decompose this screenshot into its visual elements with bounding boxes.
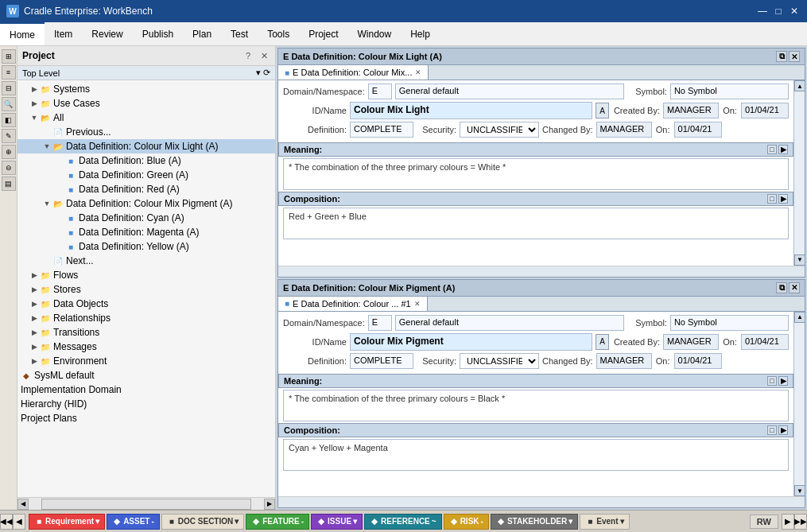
panel1-close-btn[interactable]: ✕: [789, 51, 800, 62]
scroll-left-btn[interactable]: ◀: [17, 499, 29, 510]
scroll-right-btn[interactable]: ▶: [264, 499, 275, 510]
tree-item-previous[interactable]: 📄 Previous...: [17, 125, 275, 139]
panel1-composition-expand-btn[interactable]: □: [767, 194, 777, 204]
close-button[interactable]: ✕: [788, 5, 801, 17]
sidebar-scrollbar[interactable]: [41, 499, 251, 510]
panel2-vertical-scrollbar[interactable]: ▲ ▼: [793, 312, 805, 497]
minimize-button[interactable]: —: [756, 5, 769, 17]
scroll-down-btn[interactable]: ▼: [794, 485, 805, 496]
panel1-restore-btn[interactable]: ⧉: [776, 51, 787, 62]
status-tag-doc-section[interactable]: ■ DOC SECTION ▾: [161, 514, 244, 530]
tree-item-environment[interactable]: ▶ 📁 Environment: [17, 354, 275, 368]
status-tag-reference[interactable]: ◆ REFERENCE ~: [364, 514, 442, 530]
status-nav-last[interactable]: ▶▶: [794, 514, 807, 530]
toolbar-btn-7[interactable]: ⊕: [2, 145, 16, 159]
tree-item-green[interactable]: ■ Data Definition: Green (A): [17, 168, 275, 182]
panel2-composition-expand-btn[interactable]: □: [767, 425, 777, 435]
tree-item-hierarchy[interactable]: Hierarchy (HID): [17, 397, 275, 411]
toolbar-btn-9[interactable]: ▤: [2, 177, 16, 191]
panel1-id-field[interactable]: Colour Mix Light: [350, 102, 592, 119]
menu-tools[interactable]: Tools: [258, 22, 299, 45]
panel1-vertical-scrollbar[interactable]: ▲ ▼: [793, 80, 805, 266]
tree-item-all[interactable]: ▼ 📂 All: [17, 111, 275, 125]
toolbar-btn-2[interactable]: ≡: [2, 65, 16, 80]
menu-test[interactable]: Test: [221, 22, 258, 45]
status-tag-risk[interactable]: ◆ RISK -: [444, 514, 489, 530]
tree-item-yellow[interactable]: ■ Data Definition: Yellow (A): [17, 239, 275, 254]
tree-item-red[interactable]: ■ Data Definition: Red (A): [17, 182, 275, 196]
sidebar-close-btn[interactable]: ✕: [258, 49, 270, 62]
panel1-security-select[interactable]: UNCLASSIFIED: [460, 122, 539, 138]
panel1-horizontal-scrollbar[interactable]: [278, 266, 805, 277]
status-tag-stakeholder[interactable]: ◆ STAKEHOLDER ▾: [491, 514, 578, 530]
tree-item-data-objects[interactable]: ▶ 📁 Data Objects: [17, 297, 275, 311]
tree-item-sysml[interactable]: ◆ SysML default: [17, 368, 275, 382]
toolbar-btn-5[interactable]: ◧: [2, 113, 16, 127]
sidebar-scroll-bottom[interactable]: ◀ ▶: [17, 497, 275, 510]
panel2-tab[interactable]: ■ E Data Definition: Colour ... #1 ✕: [278, 297, 428, 311]
menu-window[interactable]: Window: [348, 22, 402, 45]
tree-item-use-cases[interactable]: ▶ 📁 Use Cases: [17, 96, 275, 111]
toolbar-btn-8[interactable]: ⊖: [2, 161, 16, 175]
status-tag-event[interactable]: ■ Event ▾: [580, 514, 629, 530]
scroll-up-btn[interactable]: ▲: [794, 312, 805, 323]
panel2-meaning-expand-btn[interactable]: □: [767, 376, 777, 386]
tree-item-project-plans[interactable]: Project Plans: [17, 411, 275, 425]
panel2-id-field[interactable]: Colour Mix Pigment: [350, 333, 592, 351]
tree-item-impl-domain[interactable]: Implementation Domain: [17, 382, 275, 397]
tree-item-transitions[interactable]: ▶ 📁 Transitions: [17, 325, 275, 340]
panel1-namespace-field[interactable]: General default: [395, 83, 624, 99]
tree-item-stores[interactable]: ▶ 📁 Stores: [17, 282, 275, 297]
status-nav-prev[interactable]: ◀: [13, 514, 25, 530]
toolbar-btn-6[interactable]: ✎: [2, 129, 16, 143]
scroll-up-btn[interactable]: ▲: [794, 80, 805, 91]
tree-item-magenta[interactable]: ■ Data Definition: Magenta (A): [17, 225, 275, 239]
panel2-domain-field[interactable]: E: [368, 315, 392, 331]
panel2-composition-more-btn[interactable]: ▶: [778, 425, 788, 435]
panel1-definition-field[interactable]: COMPLETE: [350, 122, 413, 138]
panel2-namespace-field[interactable]: General default: [395, 315, 624, 331]
status-tag-requirement[interactable]: ■ Requirement ▾: [29, 514, 105, 530]
tree-item-blue[interactable]: ■ Data Definition: Blue (A): [17, 153, 275, 168]
panel1-domain-field[interactable]: E: [368, 83, 392, 99]
tree-item-cyan[interactable]: ■ Data Definition: Cyan (A): [17, 211, 275, 225]
panel2-definition-field[interactable]: COMPLETE: [350, 353, 413, 369]
panel1-composition-more-btn[interactable]: ▶: [778, 194, 788, 204]
tree-item-systems[interactable]: ▶ 📁 Systems: [17, 82, 275, 96]
panel2-close-btn[interactable]: ✕: [789, 282, 800, 293]
status-tag-feature[interactable]: ◆ FEATURE -: [246, 514, 309, 530]
panel2-security-select[interactable]: UNCLASSIFIED: [460, 353, 539, 369]
panel1-symbol-field[interactable]: No Symbol: [670, 83, 789, 99]
tree-item-colour-mix-light[interactable]: ▼ 📂 Data Definition: Colour Mix Light (A…: [17, 139, 275, 153]
tree-item-messages[interactable]: ▶ 📁 Messages: [17, 340, 275, 354]
toolbar-btn-4[interactable]: 🔍: [2, 97, 16, 111]
status-tag-asset[interactable]: ◆ ASSET -: [107, 514, 160, 530]
toolbar-btn-1[interactable]: ⊞: [2, 49, 16, 64]
window-controls[interactable]: — □ ✕: [756, 5, 801, 17]
toolbar-btn-3[interactable]: ⊟: [2, 81, 16, 95]
panel1-meaning-expand-btn[interactable]: □: [767, 145, 777, 154]
menu-home[interactable]: Home: [0, 22, 45, 45]
panel1-alpha-btn[interactable]: A: [596, 103, 609, 118]
tree-item-next[interactable]: 📄 Next...: [17, 254, 275, 268]
menu-review[interactable]: Review: [82, 22, 132, 45]
sidebar-tree[interactable]: ▶ 📁 Systems ▶ 📁 Use Cases ▼ 📂 All 📄 Prev…: [17, 80, 275, 497]
scroll-track[interactable]: [794, 91, 805, 254]
status-nav-left[interactable]: ◀◀: [0, 514, 13, 530]
menu-publish[interactable]: Publish: [133, 22, 183, 45]
panel2-restore-btn[interactable]: ⧉: [776, 282, 787, 293]
panel1-meaning-more-btn[interactable]: ▶: [778, 145, 788, 154]
panel2-meaning-more-btn[interactable]: ▶: [778, 376, 788, 386]
sidebar-top-level[interactable]: Top Level ▾ ⟳: [17, 66, 275, 80]
menu-item[interactable]: Item: [45, 22, 82, 45]
tree-item-colour-mix-pigment[interactable]: ▼ 📂 Data Definition: Colour Mix Pigment …: [17, 196, 275, 211]
maximize-button[interactable]: □: [772, 5, 785, 17]
panel2-horizontal-scrollbar[interactable]: [278, 496, 805, 507]
panel1-tab[interactable]: ■ E Data Definition: Colour Mix... ✕: [278, 65, 429, 80]
scroll-track[interactable]: [794, 323, 805, 486]
sidebar-help-btn[interactable]: ?: [242, 49, 254, 62]
status-tag-issue[interactable]: ◆ ISSUE ▾: [311, 514, 363, 530]
status-nav-next[interactable]: ▶: [782, 514, 794, 530]
menu-help[interactable]: Help: [401, 22, 440, 45]
panel2-tab-close[interactable]: ✕: [414, 300, 421, 308]
